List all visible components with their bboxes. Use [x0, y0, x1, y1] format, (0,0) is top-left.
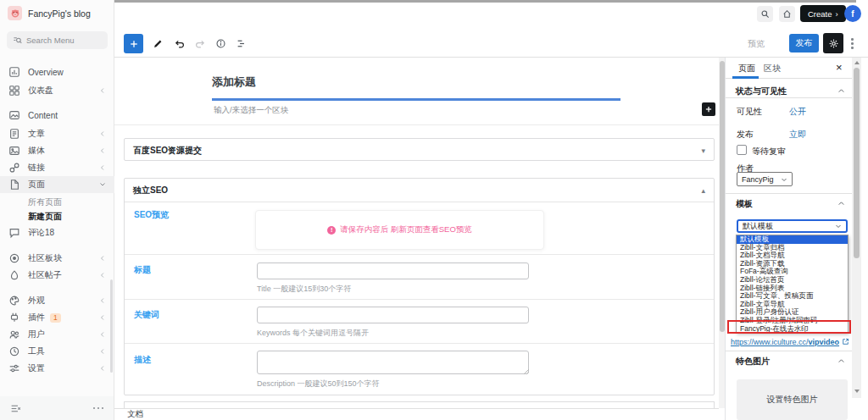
template-header[interactable]: 模板	[726, 198, 853, 212]
pencil-icon	[153, 38, 164, 49]
preview-button[interactable]: 预览	[748, 38, 765, 50]
search-icon	[760, 9, 770, 19]
scroll-down-arrow-icon[interactable]	[854, 390, 860, 393]
author-select[interactable]: FancyPig	[737, 172, 793, 186]
section-title: 特色图片	[736, 356, 770, 368]
post-title-input[interactable]: 添加标题	[212, 75, 256, 90]
block-inserter-button[interactable]	[124, 34, 143, 53]
sidebar-item-new-page[interactable]: 新建页面	[0, 208, 114, 225]
chevron-left-icon	[99, 297, 106, 304]
sidebar-item-settings[interactable]: 设置	[0, 360, 114, 377]
set-featured-image-button[interactable]: 设置特色图片	[737, 379, 848, 420]
sidebar-item-community-posts[interactable]: 社区帖子	[0, 267, 114, 284]
home-icon	[782, 9, 792, 19]
seo-description-textarea[interactable]	[257, 351, 529, 374]
next-metabox-partial	[124, 401, 715, 408]
overview-icon	[8, 66, 20, 78]
block-placeholder-input[interactable]: 输入/来选择一个区块	[214, 105, 288, 116]
active-tab-underline	[732, 76, 759, 79]
chevron-left-icon	[99, 147, 106, 154]
template-help-link[interactable]: https://www.iculture.cc/vipvideo	[731, 338, 839, 346]
site-brand[interactable]: FancyPig's blog	[8, 6, 91, 20]
sidebar-item-appearance[interactable]: 外观	[0, 292, 114, 309]
undo-icon	[174, 38, 186, 50]
sidebar-item-links[interactable]: 链接	[0, 159, 114, 176]
breadcrumb-document[interactable]: 文档	[127, 409, 143, 420]
sidebar-item-label: 新建页面	[28, 211, 62, 223]
block-add-button[interactable]	[702, 102, 715, 116]
sidebar-search-input[interactable]: Search Menu	[7, 31, 108, 49]
title-focus-underline	[212, 98, 620, 101]
chevron-down-icon	[99, 181, 106, 188]
sidebar-item-label: Content	[28, 111, 58, 120]
sidebar-item-dashboard[interactable]: 仪表盘	[0, 82, 114, 99]
search-placeholder: Search Menu	[26, 36, 75, 45]
publish-button[interactable]: 发布	[789, 34, 819, 52]
independent-seo-metabox-header[interactable]: 独立SEO ▴	[125, 179, 714, 202]
pending-review-label: 等待复审	[752, 146, 786, 158]
sidebar-item-pages[interactable]: 页面	[0, 176, 114, 193]
tab-block[interactable]: 区块	[764, 63, 781, 75]
header-home-button[interactable]	[779, 6, 795, 22]
sidebar-item-plugins[interactable]: 插件 1	[0, 309, 114, 326]
appearance-icon	[8, 295, 20, 307]
publish-date-label: 发布	[737, 129, 754, 141]
settings-toggle-button[interactable]	[823, 33, 843, 53]
more-tools-icon[interactable]	[849, 36, 856, 52]
undo-button[interactable]	[172, 36, 186, 51]
pending-review-checkbox[interactable]	[737, 145, 747, 155]
baidu-seo-metabox-header[interactable]: 百度SEO资源提交 ▾	[125, 139, 714, 162]
publish-date-value-link[interactable]: 立即	[789, 129, 806, 141]
panel-scrollbar-thumb[interactable]	[854, 68, 860, 258]
edit-mode-button[interactable]	[151, 36, 165, 51]
plus-icon	[704, 105, 713, 113]
divider	[726, 97, 853, 98]
info-icon	[215, 38, 226, 49]
settings-sliders-icon	[8, 362, 20, 374]
visibility-label: 可见性	[737, 106, 762, 118]
create-button[interactable]: Create›	[800, 5, 846, 22]
section-title: 状态与可见性	[736, 86, 787, 97]
redo-button[interactable]	[192, 36, 207, 51]
scroll-up-arrow-icon[interactable]	[854, 61, 860, 64]
sidebar-item-tools[interactable]: 工具	[0, 343, 114, 360]
panel-scrollbar[interactable]	[852, 58, 861, 398]
resize-grip-icon[interactable]	[523, 368, 529, 374]
sidebar-scrollbar[interactable]	[110, 279, 113, 373]
more-options-icon[interactable]	[93, 407, 104, 410]
template-select[interactable]: 默认模板	[737, 219, 848, 233]
links-icon	[8, 162, 20, 174]
user-avatar[interactable]: f	[844, 5, 861, 22]
close-icon[interactable]: ×	[836, 61, 843, 74]
visibility-value-link[interactable]: 公开	[789, 106, 806, 118]
chevron-left-icon	[99, 130, 106, 137]
sidebar-item-posts[interactable]: 文章	[0, 125, 114, 142]
collapse-arrow-icon[interactable]: ▴	[701, 186, 705, 195]
seo-keywords-input[interactable]	[257, 307, 529, 323]
tab-page[interactable]: 页面	[738, 63, 755, 75]
seo-title-input[interactable]	[257, 262, 529, 279]
canvas-scrollbar-thumb[interactable]	[720, 61, 725, 332]
header-search-button[interactable]	[757, 6, 773, 22]
details-button[interactable]	[214, 36, 228, 51]
expand-arrow-icon[interactable]: ▾	[701, 146, 705, 155]
gear-icon	[828, 38, 839, 49]
featured-image-header[interactable]: 特色图片	[726, 356, 853, 369]
collapse-menu-icon[interactable]	[10, 403, 21, 414]
canvas-scrollbar[interactable]	[719, 58, 725, 408]
seo-description-label: 描述	[134, 354, 151, 366]
sidebar-item-media[interactable]: 媒体	[0, 142, 114, 159]
sidebar-item-users[interactable]: 用户	[0, 326, 114, 343]
sidebar-item-community-board[interactable]: 社区板块	[0, 250, 114, 267]
list-view-button[interactable]	[235, 36, 249, 51]
sidebar-item-content[interactable]: Content	[0, 107, 114, 124]
independent-seo-metabox: 独立SEO ▴ SEO预览 ! 请保存内容后 刷新页面查看SEO预览 标题 Ti…	[124, 178, 715, 395]
site-name: FancyPig's blog	[28, 8, 91, 19]
content-icon	[8, 109, 20, 121]
media-icon	[8, 145, 20, 157]
chevron-down-icon	[781, 176, 787, 183]
sidebar-item-overview[interactable]: Overview	[0, 64, 114, 80]
sidebar-item-comments[interactable]: 评论18	[0, 224, 114, 241]
plus-icon	[129, 39, 139, 49]
chevron-left-icon	[99, 87, 106, 94]
